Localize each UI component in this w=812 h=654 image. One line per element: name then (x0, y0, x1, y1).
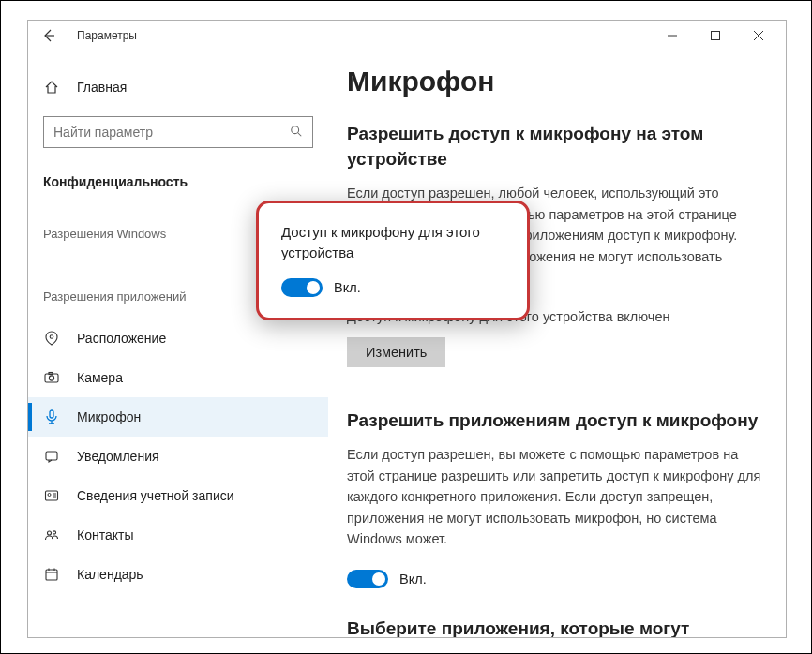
svg-point-1 (292, 126, 299, 133)
sidebar-item-label: Календарь (77, 567, 143, 582)
svg-rect-12 (46, 570, 57, 580)
back-button[interactable] (34, 21, 64, 51)
maximize-icon (711, 31, 720, 40)
sidebar: Главная Конфиденциальность Разрешения Wi… (28, 51, 328, 637)
close-icon (754, 31, 763, 40)
search-input-wrapper[interactable] (43, 116, 313, 148)
close-button[interactable] (737, 21, 780, 51)
apps-access-toggle[interactable] (347, 570, 388, 588)
settings-window: Параметры Главная (27, 20, 787, 638)
sidebar-item-label: Расположение (77, 331, 166, 346)
sidebar-item-location[interactable]: Расположение (28, 319, 328, 358)
home-label: Главная (77, 80, 127, 95)
svg-rect-0 (712, 32, 720, 40)
svg-point-2 (50, 335, 53, 339)
location-icon (43, 330, 60, 347)
svg-rect-7 (46, 452, 57, 460)
outer-frame: Параметры Главная (0, 0, 812, 654)
maximize-button[interactable] (694, 21, 737, 51)
titlebar: Параметры (28, 21, 786, 51)
notifications-icon (43, 448, 60, 465)
page-title: Микрофон (347, 66, 767, 97)
camera-icon (43, 369, 60, 386)
sidebar-item-notifications[interactable]: Уведомления (28, 437, 328, 476)
device-toggle-label: Вкл. (334, 280, 361, 295)
home-link[interactable]: Главная (28, 71, 328, 103)
sidebar-item-label: Контакты (77, 528, 133, 543)
flyout-title: Доступ к микрофону для этого устройства (281, 222, 504, 263)
section2-title: Разрешить приложениям доступ к микрофону (347, 409, 767, 434)
search-icon (290, 125, 303, 141)
sidebar-item-label: Камера (77, 370, 123, 385)
svg-point-9 (48, 494, 51, 497)
section2-desc: Если доступ разрешен, вы можете с помощь… (347, 444, 767, 549)
contacts-icon (43, 527, 60, 543)
device-access-toggle[interactable] (281, 278, 323, 297)
sidebar-item-camera[interactable]: Камера (28, 358, 328, 397)
svg-point-10 (48, 531, 52, 535)
category-label: Конфиденциальность (28, 165, 328, 199)
home-icon (43, 79, 60, 96)
svg-point-4 (49, 376, 53, 380)
apps-toggle-row: Вкл. (347, 570, 767, 588)
window-title: Параметры (77, 29, 137, 42)
microphone-icon (43, 409, 60, 425)
sidebar-item-label: Сведения учетной записи (77, 488, 234, 503)
sidebar-item-microphone[interactable]: Микрофон (28, 397, 328, 437)
svg-point-11 (53, 531, 55, 534)
calendar-icon (43, 566, 60, 583)
change-button[interactable]: Изменить (347, 337, 445, 367)
svg-rect-6 (50, 410, 53, 418)
arrow-left-icon (41, 28, 56, 43)
device-access-flyout: Доступ к микрофону для этого устройства … (256, 201, 530, 320)
sidebar-item-label: Микрофон (77, 409, 141, 424)
sidebar-item-label: Уведомления (77, 449, 159, 464)
window-controls (651, 21, 780, 51)
content-pane[interactable]: Микрофон Разрешить доступ к микрофону на… (328, 51, 786, 637)
id-card-icon (43, 487, 60, 504)
sidebar-item-account-info[interactable]: Сведения учетной записи (28, 476, 328, 515)
window-body: Главная Конфиденциальность Разрешения Wi… (28, 51, 786, 637)
minimize-button[interactable] (651, 21, 694, 51)
section3-title-cutoff: Выберите приложения, которые могут (347, 618, 767, 637)
sidebar-item-contacts[interactable]: Контакты (28, 515, 328, 555)
apps-toggle-label: Вкл. (399, 572, 427, 587)
device-toggle-row: Вкл. (281, 278, 504, 297)
section1-title: Разрешить доступ к микрофону на этом уст… (347, 122, 767, 171)
search-input[interactable] (53, 125, 290, 140)
sidebar-item-calendar[interactable]: Календарь (28, 555, 328, 594)
minimize-icon (668, 31, 677, 40)
